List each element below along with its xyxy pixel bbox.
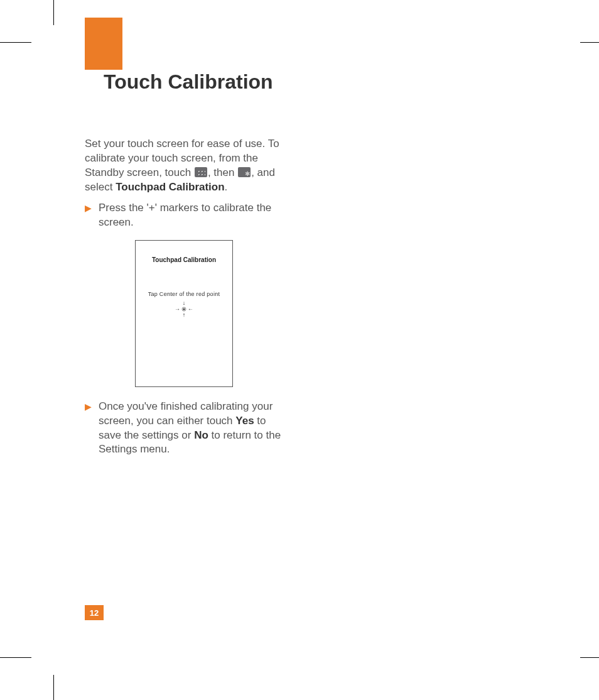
triangle-bullet-icon: ▶	[85, 201, 99, 230]
page-number: 12	[85, 605, 104, 620]
figure-title: Touchpad Calibration	[136, 256, 232, 265]
manual-page: Touch Calibration Set your touch screen …	[0, 0, 599, 700]
crop-mark	[580, 42, 599, 43]
section-color-block	[85, 18, 122, 70]
intro-text: , then	[208, 167, 237, 178]
bullet-text: Press the '+' markers to calibrate the s…	[99, 201, 286, 230]
no-label: No	[194, 429, 208, 441]
bullet-text: Once you've finished calibrating your sc…	[99, 400, 286, 457]
app-grid-icon	[195, 167, 207, 177]
crop-mark	[53, 0, 54, 25]
calibration-crosshair-icon: ↓ → ← ↑	[175, 302, 193, 317]
calibration-screenshot: Touchpad Calibration Tap Center of the r…	[135, 240, 233, 387]
crop-mark	[0, 657, 31, 658]
intro-paragraph: Set your touch screen for ease of use. T…	[85, 137, 286, 195]
bullet-item: ▶ Press the '+' markers to calibrate the…	[85, 201, 286, 230]
triangle-bullet-icon: ▶	[85, 400, 99, 457]
crop-mark	[0, 42, 31, 43]
intro-text: .	[225, 181, 228, 193]
bullet-item: ▶ Once you've finished calibrating your …	[85, 400, 286, 457]
crop-mark	[53, 675, 54, 700]
figure-subtitle: Tap Center of the red point	[136, 290, 232, 298]
crop-mark	[580, 657, 599, 658]
page-title: Touch Calibration	[104, 70, 273, 94]
settings-gear-icon	[238, 167, 251, 177]
body-content: Set your touch screen for ease of use. T…	[85, 137, 286, 463]
intro-bold-target: Touchpad Calibration	[116, 181, 224, 193]
yes-label: Yes	[235, 415, 254, 427]
